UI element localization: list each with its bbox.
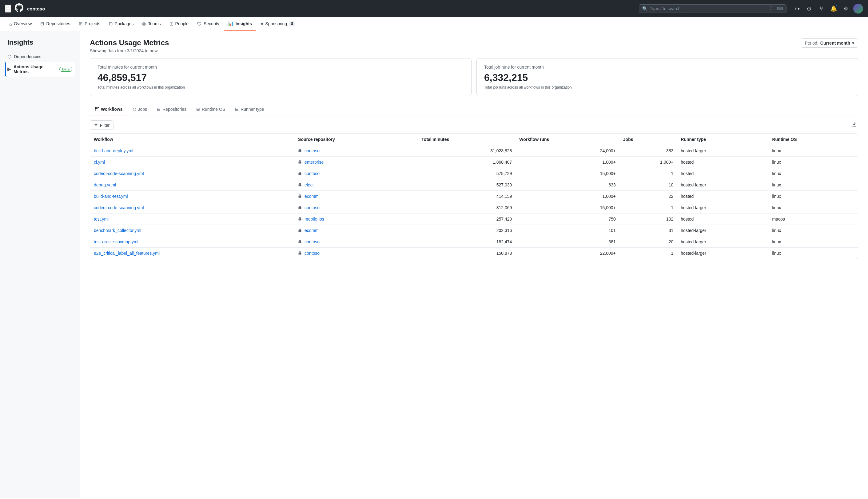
cell-total-minutes: 1,868,407	[418, 157, 516, 168]
cell-workflow[interactable]: ci.yml	[90, 157, 294, 168]
cell-workflow[interactable]: codeql-code-scanning.yml	[90, 168, 294, 179]
tab-repositories[interactable]: ⊟ Repositories	[152, 104, 191, 115]
cell-runner-type: hosted-larger	[677, 145, 768, 157]
tab-jobs-label: Jobs	[138, 107, 147, 112]
hamburger-menu-button[interactable]: ☰	[5, 4, 11, 13]
nav-item-sponsoring[interactable]: ♥ Sponsoring 8	[256, 17, 299, 31]
repo-link[interactable]: contoso	[298, 239, 414, 244]
nav-item-repositories[interactable]: ⊟ Repositories	[36, 17, 74, 31]
repo-name-link[interactable]: contoso	[305, 171, 320, 176]
repo-name-link[interactable]: mobile-ios	[305, 217, 324, 221]
tab-runtime-os-label: Runtime OS	[202, 107, 225, 112]
nav-item-teams[interactable]: ◎ Teams	[138, 17, 165, 31]
repo-name-link[interactable]: ecomm	[305, 194, 319, 199]
cell-workflow[interactable]: test-oracle-covmap.yml	[90, 236, 294, 248]
github-logo[interactable]	[15, 3, 23, 14]
pull-requests-button[interactable]: ⑂	[816, 4, 826, 13]
stat-minutes-value: 46,859,517	[98, 72, 464, 83]
workflow-link[interactable]: codeql-code-scanning.yml	[94, 171, 144, 176]
cell-workflow[interactable]: e2e_critical_label_all_features.yml	[90, 248, 294, 259]
repo-link[interactable]: ecomm	[298, 194, 414, 199]
workflow-link[interactable]: ci.yml	[94, 160, 105, 165]
cell-runtime-os: linux	[768, 145, 858, 157]
nav-item-people[interactable]: ◎ People	[165, 17, 193, 31]
create-new-button[interactable]: + ▾	[793, 5, 802, 12]
cell-runner-type: hosted-larger	[677, 225, 768, 236]
workflow-link[interactable]: debug.yaml	[94, 182, 116, 187]
period-selector-button[interactable]: Period: Current month ▾	[801, 38, 858, 48]
cell-runtime-os: macos	[768, 214, 858, 225]
cell-repo[interactable]: contoso	[294, 168, 418, 179]
cell-repo[interactable]: contoso	[294, 145, 418, 157]
nav-item-security[interactable]: 🛡 Security	[193, 17, 224, 31]
cell-repo[interactable]: ecomm	[294, 191, 418, 202]
table-row: debug.yaml elect 527,030 633 10 hosted-l…	[90, 179, 858, 191]
cell-repo[interactable]: mobile-ios	[294, 214, 418, 225]
cell-repo[interactable]: contoso	[294, 236, 418, 248]
repo-name-link[interactable]: contoso	[305, 148, 320, 153]
repo-link[interactable]: elect	[298, 182, 414, 187]
cell-workflow[interactable]: debug.yaml	[90, 179, 294, 191]
repo-link[interactable]: ecomm	[298, 228, 414, 233]
tab-runner-type[interactable]: ⊟ Runner type	[230, 104, 269, 115]
cell-workflow[interactable]: benchmark_collector.yml	[90, 225, 294, 236]
workflow-link[interactable]: test.yml	[94, 217, 109, 221]
cell-workflow[interactable]: build-and-deploy.yml	[90, 145, 294, 157]
col-runner-type: Runner type	[677, 134, 768, 145]
repo-name-link[interactable]: elect	[305, 182, 314, 187]
workflow-link[interactable]: build-and-test.yml	[94, 194, 128, 199]
repo-name-link[interactable]: contoso	[305, 205, 320, 210]
tab-jobs[interactable]: ◎ Jobs	[128, 104, 152, 115]
repo-link[interactable]: enterprise	[298, 160, 414, 165]
cell-repo[interactable]: enterprise	[294, 157, 418, 168]
cell-repo[interactable]: contoso	[294, 202, 418, 214]
cell-workflow[interactable]: test.yml	[90, 214, 294, 225]
org-name[interactable]: contoso	[27, 6, 45, 11]
cell-repo[interactable]: contoso	[294, 248, 418, 259]
download-button[interactable]	[850, 120, 858, 130]
workflow-link[interactable]: benchmark_collector.yml	[94, 228, 141, 233]
issues-button[interactable]: ⊙	[804, 4, 814, 13]
runtime-os-tab-icon: ⊞	[196, 107, 200, 112]
cell-workflow-runs: 1,000+	[516, 191, 619, 202]
nav-item-insights[interactable]: 📊 Insights	[224, 17, 257, 31]
repo-link[interactable]: contoso	[298, 251, 414, 256]
tab-runtime-os[interactable]: ⊞ Runtime OS	[191, 104, 230, 115]
workflow-link[interactable]: e2e_critical_label_all_features.yml	[94, 251, 160, 256]
nav-item-packages[interactable]: ⊡ Packages	[104, 17, 138, 31]
workflows-table: Workflow Source repository Total minutes…	[90, 134, 858, 259]
nav-item-overview[interactable]: ⌂ Overview	[5, 17, 36, 31]
sidebar-item-dependencies[interactable]: ⬡ Dependencies	[5, 51, 75, 62]
main-layout: Insights ⬡ Dependencies ▶ Actions Usage …	[0, 31, 868, 498]
workflow-link[interactable]: build-and-deploy.yml	[94, 148, 133, 153]
repo-link[interactable]: contoso	[298, 148, 414, 153]
page-header: Actions Usage Metrics Showing data from …	[90, 38, 858, 53]
stats-cards: Total minutes for current month 46,859,5…	[90, 58, 858, 96]
search-bar[interactable]: 🔍 Type / to search / ⌨	[639, 4, 786, 13]
repo-name-link[interactable]: enterprise	[305, 160, 324, 165]
cell-repo[interactable]: elect	[294, 179, 418, 191]
svg-rect-5	[95, 110, 96, 111]
repo-link[interactable]: contoso	[298, 171, 414, 176]
repo-name-link[interactable]: contoso	[305, 251, 320, 256]
avatar[interactable]	[853, 4, 863, 13]
cell-repo[interactable]: ecomm	[294, 225, 418, 236]
nav-item-packages-label: Packages	[115, 21, 134, 26]
sidebar-item-actions-usage-metrics[interactable]: ▶ Actions Usage Metrics Beta	[5, 62, 75, 77]
workflow-link[interactable]: test-oracle-covmap.yml	[94, 239, 138, 244]
cell-workflow[interactable]: build-and-test.yml	[90, 191, 294, 202]
sidebar-item-actions-label: Actions Usage Metrics	[14, 64, 57, 74]
cell-workflow[interactable]: codeql-code-scanning.yml	[90, 202, 294, 214]
sponsoring-icon: ♥	[261, 21, 263, 26]
cell-runner-type: hosted-larger	[677, 248, 768, 259]
repo-name-link[interactable]: ecomm	[305, 228, 319, 233]
filter-button[interactable]: Filter	[90, 120, 113, 130]
workflow-link[interactable]: codeql-code-scanning.yml	[94, 205, 144, 210]
tab-workflows[interactable]: Workflows	[90, 104, 128, 115]
repo-link[interactable]: mobile-ios	[298, 217, 414, 221]
notifications-button[interactable]: 🔔	[829, 4, 839, 13]
nav-item-projects[interactable]: ⊞ Projects	[74, 17, 104, 31]
settings-button[interactable]: ⚙	[841, 4, 851, 13]
repo-link[interactable]: contoso	[298, 205, 414, 210]
repo-name-link[interactable]: contoso	[305, 239, 320, 244]
